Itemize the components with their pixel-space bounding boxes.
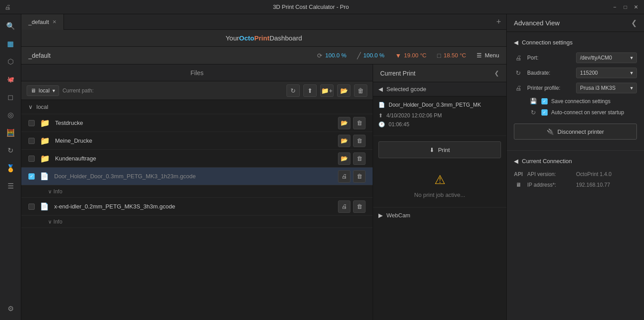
list-item[interactable]: 📁 Kundenauftrage 📂 🗑 xyxy=(21,150,373,168)
disconnect-printer-button[interactable]: 🔌 Disconnect printer xyxy=(514,124,637,140)
gcode-info: 📄 Door_Holder_Door_0.3mm_PETG_MK ⬆ 4/10/… xyxy=(373,96,506,136)
temp2-value: 18.50 °C xyxy=(444,52,466,59)
sidebar-dashboard-icon[interactable]: ▦ xyxy=(3,36,19,52)
sidebar-circle-icon[interactable]: ◎ xyxy=(3,107,19,123)
save-icon: 💾 xyxy=(529,98,538,104)
print-gcode-button[interactable]: 🖨 xyxy=(338,170,350,183)
save-conn-checkbox[interactable]: ✓ xyxy=(541,98,548,104)
file-name: Kundenauftrage xyxy=(55,155,333,162)
tab-default[interactable]: _default ✕ xyxy=(21,14,64,30)
file-actions: 🖨 🗑 xyxy=(338,170,366,183)
tab-add-button[interactable]: + xyxy=(491,14,506,30)
close-advanced-panel-button[interactable]: ❮ xyxy=(631,19,637,27)
sidebar-award-icon[interactable]: 🏅 xyxy=(3,160,19,176)
open-folder-button[interactable]: 📂 xyxy=(338,135,350,147)
menu-button[interactable]: ☰ Menu xyxy=(477,52,499,59)
extruder-value: 100.0 % xyxy=(325,52,346,59)
gcode-duration: 01:06:45 xyxy=(389,121,409,128)
tab-close-icon[interactable]: ✕ xyxy=(52,19,56,25)
collapse-print-panel-button[interactable]: ❮ xyxy=(494,70,499,76)
list-item[interactable]: 📁 Meine_Drucke 📂 🗑 xyxy=(21,132,373,150)
app-layout: 🔍 ▦ ⬡ 🐙 ◻ ◎ 🧮 ↻ 🏅 ☰ ⚙ _default ✕ + Your … xyxy=(0,14,644,320)
upload-file-button[interactable]: ⬆ xyxy=(303,84,317,97)
file-checkbox[interactable] xyxy=(28,120,35,126)
api-value: OctoPrint 1.4.0 xyxy=(576,171,612,177)
sidebar-search-icon[interactable]: 🔍 xyxy=(3,18,19,34)
open-folder-button[interactable]: 📂 xyxy=(338,152,350,165)
print-button[interactable]: ⬇ Print xyxy=(378,141,501,158)
delete-folder-button[interactable]: 🗑 xyxy=(353,117,366,129)
sidebar-refresh-icon[interactable]: ↻ xyxy=(3,142,19,158)
list-item[interactable]: ✓ 📄 Door_Holder_Door_0.3mm_PETG_MK3_1h23… xyxy=(21,168,373,185)
open-folder-button[interactable]: 📂 xyxy=(338,117,350,129)
location-value: local xyxy=(39,88,50,94)
sidebar-plugin-icon[interactable]: ⬡ xyxy=(3,53,19,69)
printer-stat-temp1: ▼ 19.00 °C xyxy=(395,52,427,59)
info-expand-icon[interactable]: ∨ Info xyxy=(48,188,62,195)
gcode-file-small-icon: 📄 xyxy=(378,102,385,108)
location-select[interactable]: 🖥 local ▾ xyxy=(27,85,59,96)
current-conn-collapse-icon[interactable]: ◀ xyxy=(514,158,518,164)
profile-select[interactable]: Prusa i3 MK3S ▾ xyxy=(576,83,637,93)
file-checkbox[interactable] xyxy=(28,204,35,210)
baudrate-select[interactable]: 115200 ▾ xyxy=(576,68,637,78)
connection-settings-label: Connection settings xyxy=(522,39,572,46)
refresh-files-button[interactable]: ↻ xyxy=(286,84,300,97)
extruder-icon: ⟳ xyxy=(317,52,322,59)
autoconnect-row: ↻ ✓ Auto-connect on server startup xyxy=(507,107,644,118)
sidebar-cube-icon[interactable]: ◻ xyxy=(3,89,19,105)
webcam-toggle[interactable]: ▶ WebCam xyxy=(373,207,506,223)
disconnect-label: Disconnect printer xyxy=(557,128,604,135)
ip-icon: 🖥 xyxy=(514,182,523,188)
port-chevron-icon: ▾ xyxy=(630,55,633,61)
info-expand-icon[interactable]: ∨ Info xyxy=(48,219,62,225)
file-actions: 📂 🗑 xyxy=(338,135,366,147)
files-header: Files xyxy=(21,64,373,81)
current-connection-section: ◀ Current Connection API API version: Oc… xyxy=(507,151,644,196)
path-root-row: ∨ local xyxy=(21,100,373,114)
file-checkbox[interactable]: ✓ xyxy=(28,173,35,180)
sidebar-list-icon[interactable]: ☰ xyxy=(3,178,19,194)
new-folder-button[interactable]: 📁+ xyxy=(320,84,334,97)
conn-settings-collapse-icon[interactable]: ◀ xyxy=(514,39,518,46)
list-item[interactable]: 📁 Testdrucke 📂 🗑 xyxy=(21,114,373,132)
minimize-button[interactable]: − xyxy=(611,4,618,11)
file-checkbox[interactable] xyxy=(28,138,35,144)
port-select[interactable]: /dev/ttyACM0 ▾ xyxy=(576,52,637,63)
port-value: /dev/ttyACM0 xyxy=(580,55,612,61)
autoconnect-label: Auto-connect on server startup xyxy=(551,109,624,116)
autoconnect-checkbox[interactable]: ✓ xyxy=(541,109,548,116)
sidebar-gear-icon[interactable]: ⚙ xyxy=(3,300,19,316)
temp1-value: 19.00 °C xyxy=(404,52,427,59)
maximize-button[interactable]: □ xyxy=(622,4,629,11)
connection-settings-header: ◀ Connection settings xyxy=(507,37,644,50)
gcode-date: 4/10/2020 12:02:06 PM xyxy=(386,112,442,119)
save-conn-label: Save connection settings xyxy=(551,98,610,104)
list-item[interactable]: 📄 x-end-idler_0.2mm_PETG_MK3S_3h3m.gcode… xyxy=(21,198,373,216)
close-button[interactable]: ✕ xyxy=(632,4,640,11)
webcam-label: WebCam xyxy=(386,212,410,219)
delete-gcode-button[interactable]: 🗑 xyxy=(353,170,366,183)
sidebar-calc-icon[interactable]: 🧮 xyxy=(3,124,19,140)
upload-folder-button[interactable]: 📂 xyxy=(337,84,350,97)
sidebar-octoprint-icon[interactable]: 🐙 xyxy=(3,71,19,87)
delete-folder-button[interactable]: 🗑 xyxy=(353,135,366,147)
file-actions: 📂 🗑 xyxy=(338,117,366,129)
printer-bar: _default ⟳ 100.0 % ╱ 100.0 % ▼ 19.00 °C … xyxy=(21,47,506,64)
selected-gcode-section-header[interactable]: ◀ Selected gcode xyxy=(373,82,506,96)
content-area: _default ✕ + Your Octo Print Dashboard _… xyxy=(21,14,506,320)
gcode-display-name: Door_Holder_Door_0.3mm_PETG_MK xyxy=(389,102,481,108)
baudrate-row: ↻ Baudrate: 115200 ▾ xyxy=(507,65,644,80)
delete-gcode-button[interactable]: 🗑 xyxy=(353,200,366,213)
selected-gcode-label: Selected gcode xyxy=(386,86,426,92)
baudrate-value: 115200 xyxy=(580,70,598,76)
profile-value: Prusa i3 MK3S xyxy=(580,85,616,91)
path-collapse-icon[interactable]: ∨ xyxy=(28,104,33,110)
delete-folder-button[interactable]: 🗑 xyxy=(353,152,366,165)
print-gcode-button[interactable]: 🖨 xyxy=(338,200,350,213)
file-info-row: ∨ Info xyxy=(21,185,373,198)
delete-files-button[interactable]: 🗑 xyxy=(354,84,367,97)
file-checkbox[interactable] xyxy=(28,156,35,162)
advanced-panel: Advanced View ❮ ◀ Connection settings 🖨 … xyxy=(506,14,644,320)
app-title: 3D Print Cost Calculator - Pro xyxy=(11,4,611,10)
